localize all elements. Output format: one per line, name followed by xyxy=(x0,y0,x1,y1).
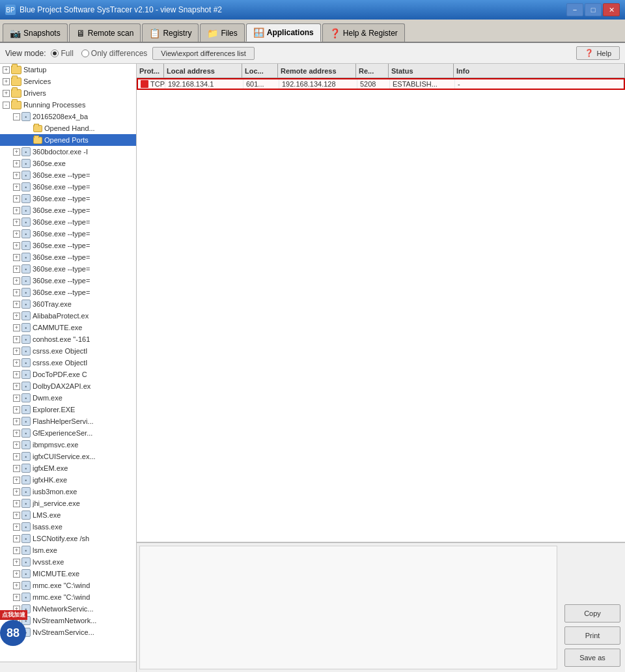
tree-item[interactable]: +▪360Tray.exe xyxy=(0,298,136,310)
tree-item[interactable]: +Drivers xyxy=(0,87,136,99)
tree-expander-icon[interactable]: + xyxy=(13,301,20,308)
close-button[interactable]: ✕ xyxy=(603,3,620,16)
save-as-button[interactable]: Save as xyxy=(564,649,620,667)
tree-item[interactable]: +▪LSCNotify.exe /sh xyxy=(0,533,136,544)
tree-item[interactable]: +▪igfxHK.exe xyxy=(0,474,136,486)
col-header-info[interactable]: Info xyxy=(454,64,625,77)
col-header-proto[interactable]: Prot... xyxy=(137,64,164,77)
tree-item[interactable]: +▪conhost.exe "-161 xyxy=(0,333,136,345)
tree-item[interactable]: +▪DolbyDAX2API.ex xyxy=(0,380,136,392)
tab-remote-scan[interactable]: 🖥 Remote scan xyxy=(69,23,141,42)
tree-expander-icon[interactable]: + xyxy=(13,160,20,167)
tab-help[interactable]: ❓ Help & Register xyxy=(322,23,405,42)
tree-expander-icon[interactable]: + xyxy=(3,90,10,97)
tree-item[interactable]: +▪NvStreamService... xyxy=(0,626,136,638)
tree-item[interactable]: +▪NvNetworkServic... xyxy=(0,603,136,615)
tree-expander-icon[interactable]: + xyxy=(13,524,20,531)
tree-item[interactable]: +▪360se.exe --type= xyxy=(0,204,136,216)
tree-item[interactable]: +▪360se.exe --type= xyxy=(0,240,136,251)
tree-item[interactable]: +▪360se.exe --type= xyxy=(0,193,136,204)
copy-button[interactable]: Copy xyxy=(564,604,620,623)
tree-item[interactable]: +▪AlibabaProtect.ex xyxy=(0,310,136,322)
tree-item[interactable]: +▪GfExperienceSer... xyxy=(0,427,136,439)
col-header-remport[interactable]: Re... xyxy=(356,64,389,77)
tree-expander-icon[interactable]: + xyxy=(13,535,20,542)
tab-registry[interactable]: 📋 Registry xyxy=(142,23,199,42)
tree-expander-icon[interactable]: + xyxy=(13,465,20,472)
tree-item[interactable]: +▪iusb3mon.exe xyxy=(0,486,136,497)
tree-expander-icon[interactable]: + xyxy=(13,406,20,413)
tree-expander-icon[interactable]: + xyxy=(13,231,20,238)
tree-item[interactable]: +▪360se.exe --type= xyxy=(0,251,136,263)
tree-item[interactable]: +Startup xyxy=(0,64,136,76)
tree-expander-icon[interactable]: + xyxy=(3,78,10,85)
tree-item[interactable]: +▪360bdoctor.exe -I xyxy=(0,146,136,158)
col-header-status[interactable]: Status xyxy=(389,64,454,77)
tree-expander-icon[interactable]: + xyxy=(13,395,20,402)
tree-expander-icon[interactable]: + xyxy=(13,277,20,285)
tree-expander-icon[interactable]: + xyxy=(13,313,20,320)
tree-item[interactable]: +▪mmc.exe "C:\wind xyxy=(0,591,136,603)
tree-item[interactable]: +▪igfxCUIService.ex... xyxy=(0,451,136,462)
tree-expander-icon[interactable]: + xyxy=(13,359,20,367)
tree-item[interactable]: +▪360se.exe --type= xyxy=(0,169,136,181)
tree-item[interactable]: +▪360se.exe --type= xyxy=(0,263,136,275)
tree-expander-icon[interactable]: + xyxy=(13,371,20,378)
tree-expander-icon[interactable]: + xyxy=(13,547,20,554)
tree-expander-icon[interactable]: + xyxy=(13,500,20,507)
tree-item[interactable]: +▪CAMMUTE.exe xyxy=(0,322,136,333)
tree-expander-icon[interactable]: + xyxy=(13,195,20,203)
radio-full[interactable]: Full xyxy=(51,49,73,58)
tree-item[interactable]: +▪lsass.exe xyxy=(0,521,136,533)
tree-item[interactable]: +▪Explorer.EXE xyxy=(0,404,136,415)
tree-expander-icon[interactable]: + xyxy=(13,184,20,191)
tree-item[interactable]: +▪lsm.exe xyxy=(0,544,136,556)
tree-item[interactable]: +▪jhi_service.exe xyxy=(0,497,136,509)
tree-item[interactable]: +▪lvvsst.exe xyxy=(0,556,136,568)
tab-applications[interactable]: 🪟 Applications xyxy=(246,23,321,42)
tree-expander-icon[interactable]: + xyxy=(3,66,10,74)
tree-expander-icon[interactable]: + xyxy=(13,512,20,519)
tree-expander-icon[interactable]: + xyxy=(13,266,20,273)
tree-item[interactable]: +▪csrss.exe ObjectI xyxy=(0,357,136,369)
tree-item[interactable]: +▪MICMUTE.exe xyxy=(0,568,136,580)
tree-expander-icon[interactable]: + xyxy=(13,430,20,437)
tree-expander-icon[interactable]: + xyxy=(13,441,20,449)
tree-expander-icon[interactable]: + xyxy=(13,477,20,484)
tree-expander-icon[interactable]: + xyxy=(13,617,20,624)
tree-item[interactable]: Opened Hand... xyxy=(0,122,136,134)
tree-expander-icon[interactable]: + xyxy=(13,172,20,179)
tree-item[interactable]: Opened Ports xyxy=(0,134,136,146)
tree-item[interactable]: +▪360se.exe --type= xyxy=(0,181,136,193)
maximize-button[interactable]: □ xyxy=(585,3,602,16)
tree-item[interactable]: +▪igfxEM.exe xyxy=(0,462,136,474)
tree-expander-icon[interactable]: + xyxy=(13,254,20,261)
tree-expander-icon[interactable]: + xyxy=(13,453,20,460)
col-header-locport[interactable]: Loc... xyxy=(242,64,278,77)
tree-expander-icon[interactable]: - xyxy=(3,102,10,109)
tree-expander-icon[interactable]: + xyxy=(13,324,20,331)
tree-item[interactable]: +▪DocToPDF.exe C xyxy=(0,369,136,380)
tree-expander-icon[interactable]: + xyxy=(13,383,20,390)
tree-expander-icon[interactable]: + xyxy=(13,594,20,601)
tree-expander-icon[interactable]: + xyxy=(13,242,20,249)
tree-item[interactable]: +▪csrss.exe ObjectI xyxy=(0,345,136,357)
tree-item[interactable]: +▪mmc.exe "C:\wind xyxy=(0,580,136,591)
tree-expander-icon[interactable]: + xyxy=(13,488,20,496)
tree-item[interactable]: +▪NvStreamNetwork... xyxy=(0,615,136,626)
col-header-remote[interactable]: Remote address xyxy=(278,64,356,77)
tree-expander-icon[interactable]: + xyxy=(13,418,20,425)
tree-item[interactable]: +▪360se.exe xyxy=(0,158,136,169)
tree-expander-icon[interactable]: + xyxy=(13,148,20,156)
tree-item[interactable]: +▪Dwm.exe xyxy=(0,392,136,404)
tree-item[interactable]: -▪20165208ex4_ba xyxy=(0,111,136,122)
radio-only-diff[interactable]: Only differences xyxy=(81,49,148,58)
tree-expander-icon[interactable]: + xyxy=(13,559,20,566)
tree-expander-icon[interactable]: + xyxy=(13,582,20,589)
tab-snapshots[interactable]: 📷 Snapshots xyxy=(3,23,68,42)
tree-item[interactable]: +▪360se.exe --type= xyxy=(0,216,136,228)
tree-item[interactable]: +▪ibmpmsvc.exe xyxy=(0,439,136,451)
tree-item[interactable]: -Running Processes xyxy=(0,99,136,111)
col-header-local[interactable]: Local address xyxy=(164,64,242,77)
tree-expander-icon[interactable]: + xyxy=(13,570,20,578)
